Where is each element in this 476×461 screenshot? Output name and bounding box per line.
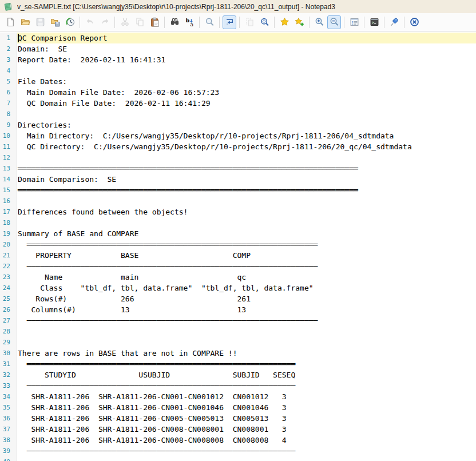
line-number[interactable]: 27 — [0, 315, 17, 326]
line-number[interactable]: 36 — [0, 413, 17, 424]
editor-line[interactable]: 22 ─────────────────────────────────────… — [0, 261, 476, 272]
editor-line[interactable]: 29 — [0, 337, 476, 348]
word-wrap-button[interactable] — [223, 15, 236, 29]
editor-line[interactable]: 14Domain Comparison: SE — [0, 174, 476, 185]
open-recent-button[interactable] — [63, 15, 77, 29]
editor-line[interactable]: 19Summary of BASE and COMPARE — [0, 228, 476, 239]
open-file-button[interactable] — [18, 15, 32, 29]
line-number[interactable]: 29 — [0, 337, 17, 348]
line-text[interactable]: ────────────────────────────────────────… — [17, 261, 476, 272]
add-favorite-button[interactable] — [292, 15, 306, 29]
editor-line[interactable]: 33 ─────────────────────────────────────… — [0, 380, 476, 391]
cut-button[interactable] — [118, 15, 132, 29]
execute-command-button[interactable] — [367, 15, 381, 29]
favorites-button[interactable] — [277, 15, 291, 29]
line-number[interactable]: 24 — [0, 283, 17, 293]
line-text[interactable]: Main Directory: C:/Users/wangjy35/Deskto… — [17, 130, 476, 141]
line-text[interactable]: SHR-A1811-206 SHR-A1811-206-CN001-CN0010… — [17, 391, 476, 402]
line-number[interactable]: 35 — [0, 402, 17, 413]
line-number[interactable]: 30 — [0, 348, 17, 359]
line-number[interactable]: 3 — [0, 54, 17, 65]
line-text[interactable]: ════════════════════════════════════════… — [17, 239, 476, 250]
line-number[interactable]: 40 — [0, 456, 17, 461]
copy-button[interactable] — [133, 15, 146, 29]
line-number[interactable]: 1 — [0, 33, 17, 43]
line-text[interactable]: SHR-A1811-206 SHR-A1811-206-CN008-CN0080… — [17, 424, 476, 435]
line-number[interactable]: 37 — [0, 424, 17, 435]
line-text[interactable]: Columns(#) 13 13 — [17, 304, 476, 315]
line-number[interactable]: 39 — [0, 446, 17, 456]
editor-line[interactable]: 6 Main Domain File Date: 2026-02-06 16:5… — [0, 87, 476, 98]
editor-line[interactable]: 34 SHR-A1811-206 SHR-A1811-206-CN001-CN0… — [0, 391, 476, 402]
title-bar[interactable]: v_se-SAMPLE.txt [C:\Users\wangjy35\Deskt… — [0, 0, 476, 13]
save-as-button[interactable] — [48, 15, 62, 29]
editor-line[interactable]: 16 — [0, 196, 476, 206]
line-text[interactable]: ────────────────────────────────────────… — [17, 380, 476, 391]
zoom-out-button[interactable] — [327, 15, 341, 29]
editor-line[interactable]: 20 ═════════════════════════════════════… — [0, 239, 476, 250]
paste-button[interactable] — [148, 15, 161, 29]
line-text[interactable]: QC Domain File Date: 2026-02-11 16:41:29 — [17, 98, 476, 109]
line-text[interactable]: Class "tbl_df, tbl, data.frame" "tbl_df,… — [17, 283, 476, 293]
line-text[interactable]: ════════════════════════════════════════… — [17, 163, 476, 174]
line-number[interactable]: 21 — [0, 250, 17, 261]
editor-line[interactable]: 32 STUDYID USUBJID SUBJID SESEQ — [0, 369, 476, 380]
line-number[interactable]: 31 — [0, 359, 17, 369]
line-text[interactable]: QC Directory: C:/Users/wangjy35/Desktop/… — [17, 141, 476, 152]
save-file-button[interactable] — [33, 15, 47, 29]
editor-line[interactable]: 2Domain: SE — [0, 43, 476, 54]
editor-line[interactable]: 30There are rows in BASE that are not in… — [0, 348, 476, 359]
line-number[interactable]: 2 — [0, 43, 17, 54]
redo-button[interactable] — [98, 15, 112, 29]
editor-line[interactable]: 8 — [0, 109, 476, 120]
line-text[interactable] — [17, 326, 476, 337]
line-number[interactable]: 16 — [0, 196, 17, 206]
line-number[interactable]: 11 — [0, 141, 17, 152]
line-text[interactable] — [17, 65, 476, 76]
editor-line[interactable]: 31 ═════════════════════════════════════… — [0, 359, 476, 369]
line-text[interactable]: SHR-A1811-206 SHR-A1811-206-CN005-CN0050… — [17, 413, 476, 424]
line-text[interactable] — [17, 196, 476, 206]
line-text[interactable]: ────────────────────────────────────────… — [17, 315, 476, 326]
editor-line[interactable]: 37 SHR-A1811-206 SHR-A1811-206-CN008-CN0… — [0, 424, 476, 435]
line-number[interactable]: 18 — [0, 217, 17, 228]
editor-line[interactable]: 26 Columns(#) 13 13 — [0, 304, 476, 315]
editor-line[interactable]: 9Directories: — [0, 120, 476, 130]
find-button[interactable] — [168, 15, 181, 29]
line-text[interactable]: Domain: SE — [17, 43, 476, 54]
line-text[interactable] — [17, 337, 476, 348]
line-text[interactable]: QC Comparison Report — [17, 33, 476, 43]
line-number[interactable]: 14 — [0, 174, 17, 185]
editor-line[interactable]: 10 Main Directory: C:/Users/wangjy35/Des… — [0, 130, 476, 141]
undo-button[interactable] — [83, 15, 97, 29]
line-number[interactable]: 5 — [0, 76, 17, 87]
line-text[interactable]: STUDYID USUBJID SUBJID SESEQ — [17, 369, 476, 380]
editor-line[interactable]: 13══════════════════════════════════════… — [0, 163, 476, 174]
document-scheme-button[interactable] — [347, 15, 361, 29]
line-number[interactable]: 15 — [0, 185, 17, 196]
line-number[interactable]: 8 — [0, 109, 17, 120]
line-text[interactable]: Name main qc — [17, 272, 476, 283]
editor-line[interactable]: 21 PROPERTY BASE COMP — [0, 250, 476, 261]
line-number[interactable]: 17 — [0, 206, 17, 217]
line-number[interactable]: 20 — [0, 239, 17, 250]
line-number[interactable]: 25 — [0, 293, 17, 304]
line-number[interactable]: 32 — [0, 369, 17, 380]
line-text[interactable]: Report Date: 2026-02-11 16:41:31 — [17, 54, 476, 65]
always-on-top-button[interactable] — [387, 15, 401, 29]
focused-view-button[interactable] — [257, 15, 271, 29]
line-number[interactable]: 13 — [0, 163, 17, 174]
editor-line[interactable]: 3Report Date: 2026-02-11 16:41:31 — [0, 54, 476, 65]
line-text[interactable] — [17, 456, 476, 461]
editor-line[interactable]: 39 ─────────────────────────────────────… — [0, 446, 476, 456]
editor-line[interactable]: 38 SHR-A1811-206 SHR-A1811-206-CN008-CN0… — [0, 435, 476, 446]
replace-button[interactable]: ba — [183, 15, 196, 29]
editor-line[interactable]: 12 — [0, 152, 476, 163]
editor-line[interactable]: 25 Rows(#) 266 261 — [0, 293, 476, 304]
line-text[interactable]: SHR-A1811-206 SHR-A1811-206-CN008-CN0080… — [17, 435, 476, 446]
line-number[interactable]: 22 — [0, 261, 17, 272]
editor-line[interactable]: 40 — [0, 456, 476, 461]
editor-line[interactable]: 4 — [0, 65, 476, 76]
line-text[interactable]: There are rows in BASE that are not in C… — [17, 348, 476, 359]
line-text[interactable]: SHR-A1811-206 SHR-A1811-206-CN001-CN0010… — [17, 402, 476, 413]
